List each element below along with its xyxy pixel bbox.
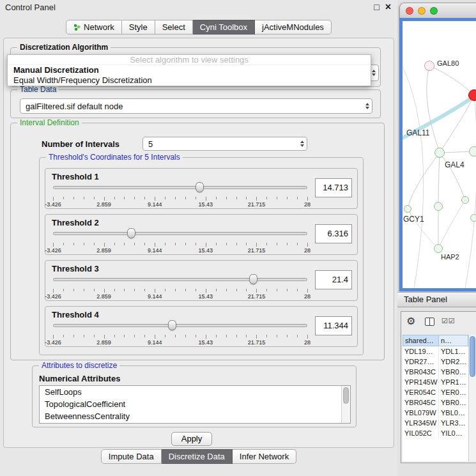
table-data-combobox[interactable]: galFiltered.sif default node: [20, 98, 372, 114]
threshold-slider[interactable]: -3.4262.8599.14415.4321.71528: [53, 319, 307, 346]
slider-tick-marks: [53, 197, 307, 201]
stepper-icon: [362, 99, 372, 113]
threshold-label: Threshold 3: [52, 264, 99, 273]
network-node[interactable]: [469, 146, 476, 157]
network-window-titlebar: [399, 3, 476, 18]
top-tab-bar: NetworkStyleSelectCyni ToolboxjActiveMNo…: [0, 20, 397, 35]
tab-infer-network[interactable]: Infer Network: [233, 449, 296, 464]
table-row[interactable]: YDR27…YDR2…: [403, 357, 468, 367]
tab-jactivemnodules[interactable]: jActiveMNodules: [255, 20, 332, 35]
network-node[interactable]: [434, 244, 443, 253]
columns-icon[interactable]: [425, 318, 434, 326]
close-icon[interactable]: ×: [385, 2, 391, 12]
thresholds-group-title: Threshold's Coordinates for 5 Intervals: [46, 153, 183, 162]
tab-label: Cyni Toolbox: [200, 22, 247, 32]
scrollbar-thumb[interactable]: [343, 387, 349, 404]
slider-thumb[interactable]: [196, 182, 204, 192]
attribute-list-item[interactable]: BetweennessCentrality: [40, 410, 350, 422]
column-header[interactable]: n…: [439, 335, 468, 346]
threshold-slider[interactable]: -3.4262.8599.14415.4321.71528: [53, 227, 307, 254]
gear-icon[interactable]: ⚙: [406, 315, 415, 327]
table-row[interactable]: YBR045CYBR0…: [403, 397, 468, 408]
network-node[interactable]: [424, 61, 434, 71]
threshold-panel-2: Threshold 2 -3.4262.8599.14415.4321.7152…: [45, 214, 358, 255]
close-traffic-light-icon[interactable]: [406, 7, 413, 15]
threshold-panel-3: Threshold 3 -3.4262.8599.14415.4321.7152…: [45, 260, 358, 301]
table-row[interactable]: YBR043CYBR0…: [403, 367, 468, 377]
float-window-icon[interactable]: □: [374, 2, 379, 12]
minimize-traffic-light-icon[interactable]: [418, 7, 426, 15]
tab-style[interactable]: Style: [122, 20, 155, 35]
algorithm-group-title: Discretization Algorithm: [17, 43, 111, 52]
network-node[interactable]: [434, 202, 443, 211]
combobox-value: galFiltered.sif default node: [20, 102, 362, 111]
numerical-attributes-list[interactable]: SelfLoopsTopologicalCoefficientBetweenne…: [39, 385, 351, 424]
tab-impute-data[interactable]: Impute Data: [101, 449, 162, 464]
network-view-window: GAL80 GAL11 GAL4 GCY1 HAP2: [399, 3, 476, 291]
threshold-value-field[interactable]: 21.4: [315, 270, 352, 289]
column-header[interactable]: shared…: [403, 335, 439, 346]
network-node[interactable]: [404, 205, 411, 213]
network-node-label: GAL4: [445, 160, 464, 169]
tab-cyni-toolbox[interactable]: Cyni Toolbox: [193, 20, 255, 35]
number-of-intervals-label: Number of Intervals: [42, 139, 119, 149]
slider-track[interactable]: [53, 324, 307, 327]
slider-tick-labels: -3.4262.8599.14415.4321.71528: [53, 201, 307, 208]
table-header: shared…n…: [403, 335, 468, 346]
network-node[interactable]: [470, 214, 476, 222]
network-node[interactable]: [434, 148, 445, 158]
threshold-label: Threshold 1: [52, 172, 99, 181]
table-panel-window: ⚙ ☑☑ shared…n… YDL19…YDL1…YDR27…YDR2…YBR…: [401, 311, 476, 463]
apply-button[interactable]: Apply: [171, 432, 212, 446]
network-view-body[interactable]: GAL80 GAL11 GAL4 GCY1 HAP2: [399, 18, 476, 291]
selected-network-node[interactable]: [468, 89, 476, 101]
select-columns-icon[interactable]: ☑☑: [441, 317, 456, 325]
threshold-value-field[interactable]: 14.713: [315, 178, 352, 197]
table-scrollbar[interactable]: [468, 335, 476, 461]
tab-network[interactable]: Network: [66, 20, 122, 35]
network-node[interactable]: [461, 196, 469, 204]
zoom-traffic-light-icon[interactable]: [430, 7, 438, 15]
algorithm-dropdown: Select algorithm to view settings Manual…: [7, 54, 371, 86]
threshold-value-field[interactable]: 6.316: [315, 224, 352, 243]
scrollbar-thumb[interactable]: [470, 336, 475, 377]
table-row[interactable]: YIL052CYIL0…: [403, 428, 468, 438]
number-of-intervals-combobox[interactable]: 5: [142, 137, 307, 151]
network-node-label: GAL80: [437, 59, 459, 67]
tab-label: Discretize Data: [169, 452, 225, 461]
table-row[interactable]: YPR145WYPR1…: [403, 377, 468, 387]
table-row[interactable]: YDL19…YDL1…: [403, 346, 468, 357]
attribute-list-item[interactable]: SelfLoops: [40, 386, 350, 398]
slider-track[interactable]: [53, 278, 307, 281]
dropdown-option-manual-discretization[interactable]: Manual Discretization: [8, 65, 371, 75]
table-row[interactable]: YLR345WYLR3…: [403, 418, 468, 428]
slider-track[interactable]: [53, 232, 307, 235]
thresholds-group: Threshold's Coordinates for 5 Intervals …: [39, 157, 364, 355]
app-root: Control Panel □ × NetworkStyleSelectCyni…: [0, 0, 476, 476]
dropdown-option-equal-width-frequency[interactable]: Equal Width/Frequency Discretization: [8, 75, 371, 86]
table-panel-titlebar[interactable]: Table Panel: [397, 292, 476, 307]
node-table: shared…n… YDL19…YDL1…YDR27…YDR2…YBR043CY…: [403, 335, 468, 461]
tab-select[interactable]: Select: [155, 20, 193, 35]
table-row[interactable]: YBL079WYBL0…: [403, 408, 468, 418]
table-data-group-title: Table Data: [17, 85, 59, 94]
interval-definition-title: Interval Definition: [17, 118, 82, 127]
slider-thumb[interactable]: [168, 320, 176, 330]
threshold-slider[interactable]: -3.4262.8599.14415.4321.71528: [53, 273, 307, 300]
slider-tick-labels: -3.4262.8599.14415.4321.71528: [53, 293, 307, 300]
threshold-label: Threshold 4: [52, 310, 99, 319]
slider-thumb[interactable]: [249, 274, 257, 284]
network-node-label: HAP2: [441, 253, 459, 261]
tab-discretize-data[interactable]: Discretize Data: [162, 449, 233, 464]
network-icon: [73, 24, 81, 31]
tab-label: Network: [84, 22, 114, 32]
tab-label: Select: [162, 22, 185, 32]
slider-thumb[interactable]: [127, 228, 135, 238]
threshold-slider[interactable]: -3.4262.8599.14415.4321.71528: [53, 181, 307, 208]
table-row[interactable]: YER054CYER0…: [403, 387, 468, 397]
list-scrollbar[interactable]: [341, 386, 350, 423]
slider-track[interactable]: [53, 186, 307, 189]
attribute-list-item[interactable]: TopologicalCoefficient: [40, 398, 350, 410]
panel-title: Control Panel: [5, 3, 56, 12]
threshold-value-field[interactable]: 11.344: [315, 316, 352, 335]
